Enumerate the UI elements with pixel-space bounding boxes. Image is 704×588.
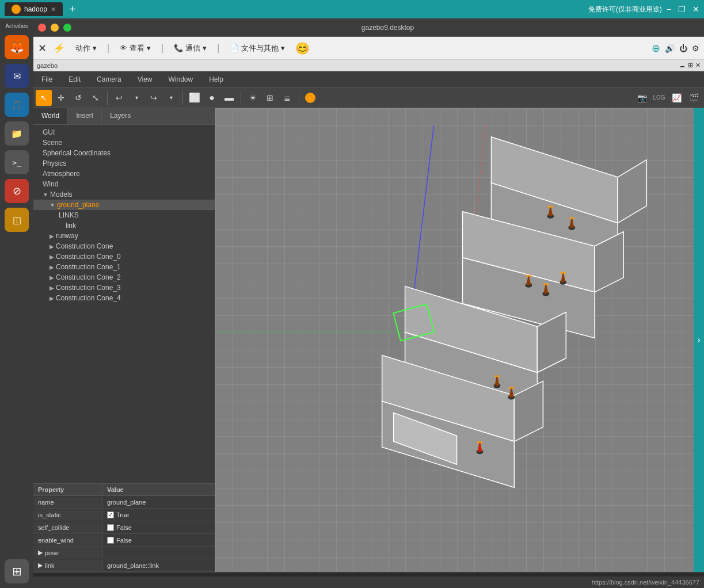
tab-world[interactable]: World: [33, 108, 68, 124]
panel-tabs: World Insert Layers: [33, 108, 215, 125]
tree-cone-2[interactable]: ▶ Construction Cone_2: [33, 272, 215, 282]
prop-link-expand[interactable]: ▶ link: [33, 560, 102, 571]
toolbar-right: ⊕ 🔊 ⏻ ⚙: [652, 42, 699, 55]
view-button[interactable]: 👁 查看 ▾: [116, 41, 154, 56]
graph-button[interactable]: 📈: [668, 90, 684, 106]
actions-button[interactable]: 动作 ▾: [72, 41, 100, 56]
secondary-close[interactable]: ✕: [695, 62, 701, 69]
sphere-tool-button[interactable]: ●: [204, 90, 220, 106]
undo-button[interactable]: ↩: [111, 90, 127, 106]
svg-rect-25: [526, 275, 531, 277]
tree-wind[interactable]: Wind: [33, 179, 215, 189]
tab-favicon: [12, 5, 21, 14]
tree-atmosphere[interactable]: Atmosphere: [33, 169, 215, 179]
select-tool-button[interactable]: ↖: [36, 90, 52, 106]
menu-window[interactable]: Window: [165, 74, 197, 85]
help-icon[interactable]: ⊕: [652, 42, 660, 55]
restore-button[interactable]: ❐: [678, 5, 686, 14]
texture-tool-button[interactable]: ≣: [279, 90, 295, 106]
toolbar-right-tools: 📷 LOG 📈 🎬: [634, 90, 702, 106]
prop-pose-expand[interactable]: ▶ pose: [33, 547, 102, 558]
cn-close-button[interactable]: ✕: [38, 42, 47, 55]
scale-tool-button[interactable]: ⤡: [87, 90, 104, 106]
blocked-icon[interactable]: ⊘: [5, 179, 29, 203]
right-scroll-indicator[interactable]: ›: [694, 108, 704, 572]
tab-insert[interactable]: Insert: [68, 108, 102, 124]
actions-label: 动作: [75, 43, 90, 54]
tab-layers[interactable]: Layers: [102, 108, 139, 124]
win-max-button[interactable]: [63, 24, 71, 32]
tree-runway[interactable]: ▶ runway: [33, 231, 215, 241]
new-tab-button[interactable]: +: [70, 3, 76, 16]
svg-rect-40: [477, 441, 482, 443]
terminal-icon[interactable]: >_: [5, 150, 29, 174]
window-controls: − ❐ ✕: [667, 5, 699, 14]
grid-icon[interactable]: ⊞: [5, 559, 29, 583]
cylinder-tool-button[interactable]: ▬: [221, 90, 237, 106]
settings-icon[interactable]: ⚙: [692, 44, 699, 53]
tree-ground-plane[interactable]: ▼ ground_plane: [33, 200, 215, 210]
files-button[interactable]: 📄 文件与其他 ▾: [226, 41, 288, 56]
win-min-button[interactable]: [51, 24, 59, 32]
smiley-icon[interactable]: 😊: [295, 41, 310, 55]
tree-gui[interactable]: GUI: [33, 127, 215, 138]
prop-name-value[interactable]: ground_plane: [102, 497, 215, 507]
tree-links[interactable]: LINKS: [33, 210, 215, 220]
tree-spherical[interactable]: Spherical Coordinates: [33, 148, 215, 158]
prop-wind-value[interactable]: False: [102, 535, 215, 545]
mail-icon[interactable]: ✉: [5, 64, 29, 88]
tree-physics[interactable]: Physics: [33, 158, 215, 169]
tree-link[interactable]: link: [33, 220, 215, 231]
left-panel: World Insert Layers GUI Scene: [33, 108, 215, 572]
self-collide-checkbox[interactable]: [107, 524, 114, 531]
power-icon[interactable]: ⏻: [679, 44, 687, 53]
menu-edit[interactable]: Edit: [65, 74, 84, 85]
browser-tab[interactable]: hadoop ✕: [5, 2, 63, 16]
tree-cone-4[interactable]: ▶ Construction Cone_4: [33, 293, 215, 303]
is-static-checkbox[interactable]: ✓: [107, 511, 114, 518]
tree-panel: GUI Scene Spherical Coordinates Physics: [33, 125, 215, 483]
tree-models[interactable]: ▼ Models: [33, 189, 215, 200]
tree-cone-0[interactable]: ▶ Construction Cone_0: [33, 251, 215, 262]
viewport-3d[interactable]: ›: [215, 108, 704, 572]
menu-camera[interactable]: Camera: [93, 74, 125, 85]
tree-scene[interactable]: Scene: [33, 138, 215, 148]
record-button[interactable]: 🎬: [686, 90, 702, 106]
tree-cone-3[interactable]: ▶ Construction Cone_3: [33, 282, 215, 293]
menu-view[interactable]: View: [134, 74, 156, 85]
close-button[interactable]: ✕: [692, 5, 699, 14]
menu-file[interactable]: File: [38, 74, 56, 85]
link-arrow-icon: ▶: [38, 562, 43, 569]
grid-tool-button[interactable]: ⊞: [262, 90, 278, 106]
enable-wind-checkbox[interactable]: [107, 537, 114, 544]
box-tool-button[interactable]: ⬜: [187, 90, 203, 106]
undo-dropdown-button[interactable]: ▾: [128, 90, 144, 106]
light-tool-button[interactable]: ☀: [245, 90, 261, 106]
rotate-tool-button[interactable]: ↺: [70, 90, 86, 106]
firefox-icon[interactable]: 🦊: [5, 35, 29, 59]
redo-button[interactable]: ↪: [146, 90, 162, 106]
files-icon[interactable]: 📁: [5, 121, 29, 146]
tab-close-icon[interactable]: ✕: [51, 6, 56, 13]
secondary-tile[interactable]: ⊞: [688, 62, 693, 69]
prop-pose-value: [102, 551, 215, 555]
music-icon[interactable]: 🎵: [5, 93, 29, 117]
volume-icon[interactable]: 🔊: [665, 44, 675, 53]
prop-collide-value[interactable]: False: [102, 522, 215, 533]
lightning-icon[interactable]: ⚡: [54, 43, 65, 54]
prop-static-value[interactable]: ✓ True: [102, 510, 215, 520]
tree-cone[interactable]: ▶ Construction Cone: [33, 241, 215, 251]
log-button[interactable]: LOG: [651, 90, 667, 106]
tree-cone-1[interactable]: ▶ Construction Cone_1: [33, 262, 215, 272]
layers-icon[interactable]: ◫: [5, 208, 29, 232]
secondary-minimize[interactable]: 🗕: [679, 62, 686, 69]
redo-dropdown-button[interactable]: ▾: [163, 90, 179, 106]
translate-tool-button[interactable]: ✛: [53, 90, 69, 106]
svg-rect-28: [543, 284, 549, 285]
menu-help[interactable]: Help: [206, 74, 227, 85]
comms-button[interactable]: 📞 通信 ▾: [170, 41, 210, 56]
minimize-button[interactable]: −: [667, 5, 671, 14]
win-close-button[interactable]: [38, 24, 46, 32]
orange-indicator[interactable]: [305, 93, 315, 103]
screenshot-button[interactable]: 📷: [634, 90, 650, 106]
